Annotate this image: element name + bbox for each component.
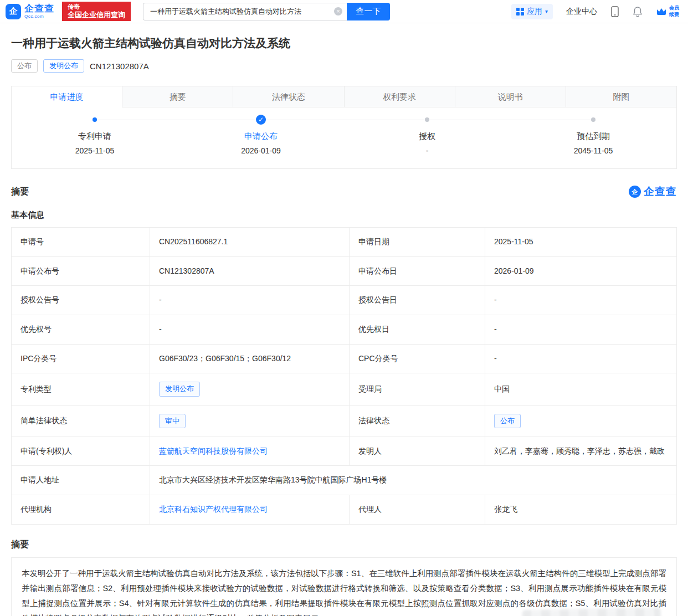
tab-description[interactable]: 说明书 bbox=[455, 86, 566, 107]
tab-drawings[interactable]: 附图 bbox=[566, 86, 676, 107]
qcc-logo-icon: 企 bbox=[6, 4, 21, 19]
priority-no-label: 优先权号 bbox=[12, 315, 150, 345]
timeline-dot-done-icon bbox=[93, 117, 97, 122]
patent-type-label: 专利类型 bbox=[12, 373, 150, 405]
table-row: IPC分类号 G06F30/23；G06F30/15；G06F30/12 CPC… bbox=[12, 344, 677, 373]
table-row: 专利类型 发明公布 受理局 中国 bbox=[12, 373, 677, 405]
patent-tag-row: 公布 发明公布 CN121302807A bbox=[11, 59, 677, 73]
basic-info-table: 申请号 CN202511606827.1 申请日期 2025-11-05 申请公… bbox=[11, 227, 677, 525]
table-row: 申请人地址 北京市大兴区经济技术开发区荣华南路13号院中航国际广场H1号楼 bbox=[12, 466, 677, 495]
clear-search-icon[interactable]: × bbox=[334, 7, 342, 16]
search-bar: × 查一下 bbox=[143, 3, 390, 20]
application-date-value: 2025-11-05 bbox=[485, 228, 677, 257]
patent-header: 一种用于运载火箭主结构试验仿真自动对比方法及系统 公布 发明公布 CN12130… bbox=[0, 23, 688, 73]
applicant-cell: 蓝箭航天空间科技股份有限公司 bbox=[150, 437, 350, 466]
ipc-class-label: IPC分类号 bbox=[12, 344, 150, 373]
legal-status-label: 法律状态 bbox=[350, 405, 485, 437]
publication-number: CN121302807A bbox=[90, 61, 149, 71]
tab-bar: 申请进度 摘要 法律状态 权利要求 说明书 附图 bbox=[12, 86, 676, 107]
timeline-dot-pending-icon bbox=[591, 117, 595, 122]
progress-panel: 申请进度 摘要 法律状态 权利要求 说明书 附图 专利申请 2025-11-05… bbox=[11, 86, 677, 169]
patent-type-tag: 发明公布 bbox=[159, 382, 200, 396]
agency-cell: 北京科石知识产权代理有限公司 bbox=[150, 495, 350, 525]
member-renewal-label: 会员 续费 bbox=[669, 5, 679, 18]
summary-section-title: 摘要 bbox=[11, 186, 29, 198]
publication-date-value: 2026-01-09 bbox=[485, 256, 677, 286]
app-grid-icon bbox=[516, 8, 524, 16]
qcc-watermark-icon: 企 bbox=[629, 186, 641, 198]
table-row: 申请(专利权)人 蓝箭航天空间科技股份有限公司 发明人 刘乙君，李嘉骞，顾秀聪，… bbox=[12, 437, 677, 466]
agency-label: 代理机构 bbox=[12, 495, 150, 525]
timeline-check-icon: ✓ bbox=[256, 115, 266, 125]
member-crown-icon bbox=[656, 7, 667, 17]
table-row: 授权公告号 - 授权公告日 - bbox=[12, 286, 677, 315]
simple-legal-status-label: 简单法律状态 bbox=[12, 405, 150, 437]
qcc-logo[interactable]: 企 企查查 Qcc.com bbox=[6, 4, 54, 19]
summary-section-header: 摘要 企 企查查 bbox=[11, 184, 677, 199]
table-row: 代理机构 北京科石知识产权代理有限公司 代理人 张龙飞 bbox=[12, 495, 677, 525]
nav-app-menu[interactable]: 应用 ▾ bbox=[511, 4, 553, 19]
priority-no-value: - bbox=[150, 315, 350, 345]
application-no-label: 申请号 bbox=[12, 228, 150, 257]
tab-claims[interactable]: 权利要求 bbox=[344, 86, 455, 107]
top-header: 企 企查查 Qcc.com 传奇 全国企业信用查询 × 查一下 应用 ▾ 企业中… bbox=[0, 0, 688, 23]
timeline-dot-pending-icon bbox=[425, 117, 429, 122]
priority-date-label: 优先权日 bbox=[350, 315, 485, 345]
qcc-watermark-logo: 企 企查查 bbox=[629, 184, 677, 199]
tab-application-progress[interactable]: 申请进度 bbox=[12, 86, 122, 107]
search-button[interactable]: 查一下 bbox=[347, 3, 390, 20]
qcc-logo-subtext: Qcc.com bbox=[24, 14, 54, 19]
promo-banner[interactable]: 传奇 全国企业信用查询 bbox=[62, 2, 131, 22]
agent-label: 代理人 bbox=[350, 495, 485, 525]
table-row: 申请号 CN202511606827.1 申请日期 2025-11-05 bbox=[12, 228, 677, 257]
timeline-step-grant: 授权 - bbox=[344, 115, 510, 155]
chevron-down-icon: ▾ bbox=[545, 8, 548, 14]
patent-type-badge: 发明公布 bbox=[43, 59, 84, 73]
tab-legal-status[interactable]: 法律状态 bbox=[233, 86, 343, 107]
grant-no-label: 授权公告号 bbox=[12, 286, 150, 315]
timeline-step-expiry: 预估到期 2045-11-05 bbox=[510, 115, 676, 155]
cpc-class-value: - bbox=[485, 344, 677, 373]
inventors-value: 刘乙君，李嘉骞，顾秀聪，李泽忠，苏志强，戴政 bbox=[485, 437, 677, 466]
simple-legal-status-cell: 审中 bbox=[150, 405, 350, 437]
legal-status-cell: 公布 bbox=[485, 405, 677, 437]
timeline-step-filing: 专利申请 2025-11-05 bbox=[12, 115, 178, 155]
agent-value: 张龙飞 bbox=[485, 495, 677, 525]
nav-app-label: 应用 bbox=[527, 7, 542, 17]
cpc-class-label: CPC分类号 bbox=[350, 344, 485, 373]
office-value: 中国 bbox=[485, 373, 677, 405]
tab-summary[interactable]: 摘要 bbox=[122, 86, 233, 107]
promo-line2: 全国企业信用查询 bbox=[68, 11, 125, 19]
publication-no-label: 申请公布号 bbox=[12, 256, 150, 286]
application-timeline: 专利申请 2025-11-05 ✓ 申请公布 2026-01-09 授权 - 预… bbox=[12, 107, 676, 168]
table-row: 优先权号 - 优先权日 - bbox=[12, 315, 677, 345]
office-label: 受理局 bbox=[350, 373, 485, 405]
agency-link[interactable]: 北京科石知识产权代理有限公司 bbox=[159, 505, 268, 514]
applicant-label: 申请(专利权)人 bbox=[12, 437, 150, 466]
application-no-value: CN202511606827.1 bbox=[150, 228, 350, 257]
timeline-step-publication: ✓ 申请公布 2026-01-09 bbox=[178, 115, 344, 155]
publish-status-badge: 公布 bbox=[11, 59, 38, 73]
table-row: 申请公布号 CN121302807A 申请公布日 2026-01-09 bbox=[12, 256, 677, 286]
top-nav: 应用 ▾ 企业中心 会员 续费 bbox=[511, 4, 679, 19]
abstract-section-title: 摘要 bbox=[11, 539, 677, 551]
inventors-label: 发明人 bbox=[350, 437, 485, 466]
legal-status-tag: 公布 bbox=[494, 414, 521, 428]
basic-info-title: 基本信息 bbox=[11, 210, 677, 220]
applicant-address-label: 申请人地址 bbox=[12, 466, 150, 495]
grant-date-label: 授权公告日 bbox=[350, 286, 485, 315]
table-row: 简单法律状态 审中 法律状态 公布 bbox=[12, 405, 677, 437]
nav-enterprise-center[interactable]: 企业中心 bbox=[566, 7, 597, 17]
promo-line1: 传奇 bbox=[68, 3, 125, 11]
priority-date-value: - bbox=[485, 315, 677, 345]
search-input[interactable] bbox=[149, 7, 330, 16]
ipc-class-value: G06F30/23；G06F30/15；G06F30/12 bbox=[150, 344, 350, 373]
patent-type-cell: 发明公布 bbox=[150, 373, 350, 405]
search-input-wrap: × bbox=[143, 3, 347, 20]
member-renewal[interactable]: 会员 续费 bbox=[656, 5, 679, 18]
abstract-text: 本发明公开了一种用于运载火箭主结构试验仿真自动对比方法及系统，该方法包括以下步骤… bbox=[22, 566, 666, 616]
mobile-app-icon[interactable] bbox=[610, 6, 619, 17]
notification-bell-icon[interactable] bbox=[633, 6, 643, 17]
applicant-link[interactable]: 蓝箭航天空间科技股份有限公司 bbox=[159, 446, 268, 455]
qcc-logo-text: 企查查 bbox=[24, 4, 54, 13]
